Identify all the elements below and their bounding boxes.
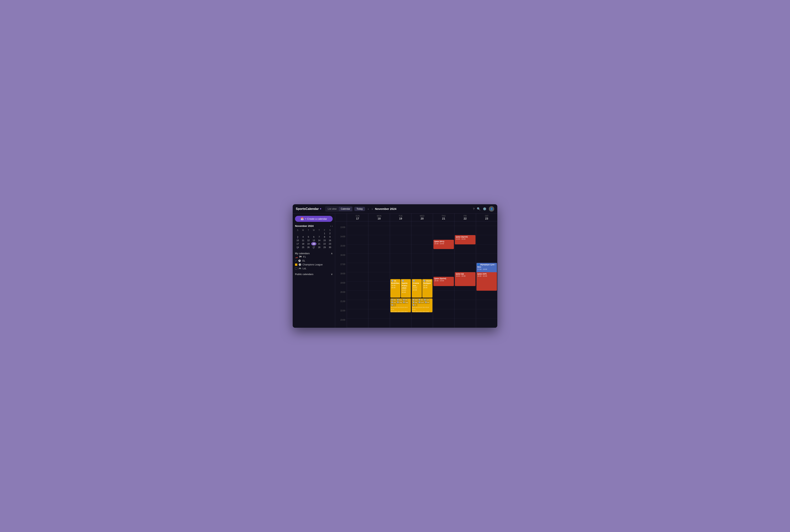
- search-button[interactable]: 🔍: [477, 207, 480, 211]
- day-header-wed: WED 20: [411, 213, 433, 221]
- event-st-bratislava[interactable]: ⚽ St. Bratislav... 18:45 - 20:45: [390, 279, 400, 298]
- cal-day[interactable]: 6: [311, 235, 317, 239]
- sidebar: 📅 + Create a calendar November 2024 ‹ ›: [293, 213, 335, 328]
- create-icon: 📅: [300, 217, 304, 220]
- f1-icon: 🏎️: [295, 255, 298, 258]
- cal-day[interactable]: 5: [306, 235, 311, 239]
- expand-icon: ∨: [331, 273, 333, 276]
- event-time: 18:30 - 19:30: [435, 280, 453, 282]
- cal-day[interactable]: 27: [311, 246, 317, 249]
- calendar-scroll[interactable]: 05:00 06:00 07:00 08:00 09:00 10:00 11:0…: [335, 222, 497, 328]
- champions-icon: ⚽: [298, 263, 301, 266]
- cal-day[interactable]: [295, 232, 300, 235]
- cal-day[interactable]: 9: [327, 235, 333, 239]
- cal-item-f1[interactable]: 🏎️ 🏁 F1: [295, 255, 333, 258]
- cal-day[interactable]: 15: [322, 239, 327, 242]
- cal-day[interactable]: 13: [311, 239, 317, 242]
- avatar[interactable]: 👤: [489, 206, 494, 212]
- event-sparta-atleti[interactable]: ⚽ Sparta Praha - Atleti 18:45 - 20:45: [401, 279, 411, 298]
- cal-day[interactable]: 22: [322, 242, 327, 246]
- event-title: ⚽ Sturm Stuttgart: [423, 280, 431, 285]
- cal-day[interactable]: [306, 232, 311, 235]
- day-header-tue: TUE 19: [390, 213, 411, 221]
- ol-label: OL: [302, 260, 305, 262]
- create-calendar-button[interactable]: 📅 + Create a calendar: [295, 216, 333, 222]
- event-qatar-sprint-fri[interactable]: Qatar (Sprint) 14:00 - 15:00: [455, 235, 475, 244]
- cal-day[interactable]: 1: [322, 232, 327, 235]
- calendar-view-button[interactable]: Calendar: [339, 207, 352, 211]
- day-col-sun: [347, 222, 368, 328]
- cal-item-champions[interactable]: ⚽ Champions League: [295, 263, 333, 266]
- cal-day[interactable]: 19: [306, 242, 311, 246]
- cl-mini-match: ⚽ Bol: [418, 299, 423, 301]
- time-2200: 22:00: [335, 309, 347, 319]
- cal-day[interactable]: 17: [295, 242, 300, 246]
- day-col-thu: Qatar (FP1) 14:30 - 15:30 Qatar (Sprint)…: [433, 222, 454, 328]
- cal-day[interactable]: 14: [316, 239, 322, 242]
- cal-day[interactable]: [316, 232, 322, 235]
- help-button[interactable]: ?: [473, 207, 475, 210]
- cal-day[interactable]: 26: [306, 246, 311, 249]
- day-header-sat: SAT 23: [476, 213, 497, 221]
- week-header: SUN 17 MON 18 TUE 19 WED 20 THU 21: [335, 213, 497, 222]
- cal-day[interactable]: 12: [306, 239, 311, 242]
- public-calendars-section: Public calendars ∨: [295, 272, 333, 276]
- cl-mini-match: ⚽ Bay: [397, 299, 402, 301]
- day-header-fri: FRI 22: [454, 213, 476, 221]
- event-qatar-sprint-thu[interactable]: Qatar (Sprint) 18:30 - 19:30: [434, 277, 454, 286]
- cal-day[interactable]: 11: [300, 239, 306, 242]
- time-1300: 13:00: [335, 226, 347, 235]
- event-qatar-q[interactable]: Qatar (Q) 18:00 - 19:30: [455, 272, 475, 286]
- cal-day[interactable]: [300, 232, 306, 235]
- mini-cal-nav: ‹ ›: [330, 224, 333, 228]
- my-calendars-header[interactable]: My calendars ∧: [295, 252, 333, 255]
- cal-item-ol[interactable]: ✓ ⚽ OL: [295, 260, 333, 262]
- mini-next-button[interactable]: ›: [332, 225, 333, 227]
- cl-mini-match: ⚽ Spg: [403, 301, 408, 304]
- cal-day[interactable]: 10: [295, 239, 300, 242]
- event-qatar-fp1[interactable]: Qatar (FP1) 14:30 - 15:30: [434, 240, 454, 249]
- cal-day[interactable]: 21: [316, 242, 322, 246]
- mini-prev-button[interactable]: ‹: [330, 225, 331, 227]
- cal-day[interactable]: [311, 232, 317, 235]
- settings-button[interactable]: ⚙️: [483, 207, 486, 211]
- next-month-button[interactable]: ›: [371, 207, 374, 211]
- lol-check: [295, 267, 297, 270]
- dow-fri: F: [322, 229, 327, 232]
- topbar-right: ? 🔍 ⚙️ 👤: [473, 206, 494, 212]
- event-crvena[interactable]: ⚽ Crvena Zve... 18:45 - 20:45: [412, 279, 422, 298]
- cal-day[interactable]: 30: [327, 246, 333, 249]
- event-title: Qatar (FP1): [435, 240, 453, 243]
- dow-tue: T: [306, 229, 311, 232]
- cal-day[interactable]: 2: [327, 232, 333, 235]
- event-sturm-girona[interactable]: ⚽ Sturm Stuttgart 18:45 - 20:45: [422, 279, 432, 298]
- cal-day[interactable]: 7: [316, 235, 322, 239]
- today-button[interactable]: Today: [354, 207, 365, 211]
- public-calendars-header[interactable]: Public calendars ∨: [295, 273, 333, 276]
- dow-thu: T: [316, 229, 322, 232]
- cal-day[interactable]: 16: [327, 239, 333, 242]
- app-window: SportsCalendar List view Calendar Today …: [293, 204, 497, 328]
- list-view-button[interactable]: List view: [326, 207, 338, 211]
- cal-day-today[interactable]: 20: [311, 242, 317, 246]
- prev-month-button[interactable]: ‹: [367, 207, 370, 211]
- time-2300: 23:00: [335, 319, 347, 328]
- event-cl-multi-wed[interactable]: ⚽ Asti ⚽ Bol ⚽ Caf ⚽ Din ⚽ Livm ⚽ Mo ⚽ P…: [412, 299, 432, 312]
- calendar-area: SUN 17 MON 18 TUE 19 WED 20 THU 21: [335, 213, 497, 328]
- event-cl-multi-tue[interactable]: ⚽ Bar ⚽ Bay ⚽ Rlt ⚽ Lev ⚽ City ⚽ Spg ⚽ Y…: [390, 299, 411, 312]
- day-col-sat: 🔵 Olympique Lyon - Nice 17:00 - 19:00 Qa…: [476, 222, 497, 328]
- cal-day[interactable]: 28: [316, 246, 322, 249]
- cal-day[interactable]: 25: [300, 246, 306, 249]
- cal-day[interactable]: 3: [295, 235, 300, 239]
- cal-day[interactable]: 18: [300, 242, 306, 246]
- cal-day[interactable]: 29: [322, 246, 327, 249]
- event-qatar-gp[interactable]: Qatar (GP) 18:00 - 20:00: [476, 272, 497, 291]
- event-time: 18:00 - 20:00: [477, 275, 496, 277]
- day-col-tue: ⚽ St. Bratislav... 18:45 - 20:45 ⚽ Spart…: [390, 222, 411, 328]
- dow-sat: S: [327, 229, 333, 232]
- cal-day[interactable]: 24: [295, 246, 300, 249]
- cal-item-lol[interactable]: 🎮 LoL: [295, 267, 333, 270]
- cal-day[interactable]: 4: [300, 235, 306, 239]
- cal-day[interactable]: 23: [327, 242, 333, 246]
- cal-day[interactable]: 8: [322, 235, 327, 239]
